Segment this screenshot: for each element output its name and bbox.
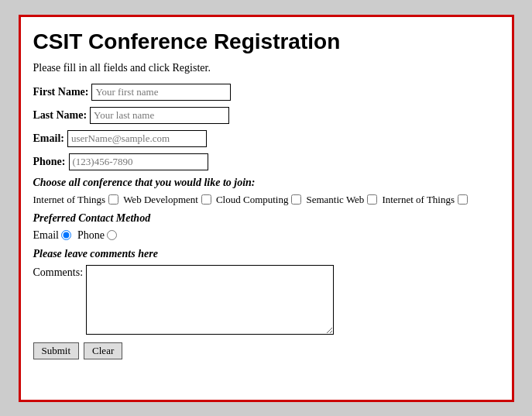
phone-input[interactable] [69,153,208,170]
phone-label: Phone: [33,156,66,168]
email-input[interactable] [67,130,207,147]
conference-label-3: Cloud Computing [216,194,289,206]
first-name-row: First Name: [33,84,496,101]
phone-row: Phone: [33,153,496,170]
comments-section: Please leave comments here Comments: [33,248,496,335]
conference-item-5: Internet of Things [382,194,468,206]
conference-checkbox-4[interactable] [367,194,377,205]
conference-checkbox-3[interactable] [291,194,301,205]
page-wrapper: CSIT Conference Registration Please fill… [0,0,532,416]
conference-item-3: Cloud Computing [216,194,302,206]
page-title: CSIT Conference Registration [33,29,496,54]
last-name-input[interactable] [90,107,229,124]
conference-item-4: Semantic Web [306,194,377,206]
contact-method-label: Preferred Contact Method [33,212,496,225]
conference-item-2: Web Development [123,194,211,206]
instructions: Please fill in all fields and click Regi… [33,62,496,74]
conference-label-4: Semantic Web [306,194,364,206]
contact-phone-label: Phone [77,229,105,242]
contact-email-radio[interactable] [61,230,71,240]
conference-checkbox-1[interactable] [108,194,118,205]
last-name-label: Last Name: [33,109,88,122]
form-container: CSIT Conference Registration Please fill… [19,15,514,402]
comments-row: Comments: [33,265,496,335]
last-name-row: Last Name: [33,107,496,124]
conference-label-1: Internet of Things [33,194,106,206]
buttons-row: Submit Clear [33,342,496,359]
conference-item-1: Internet of Things [33,194,119,206]
conference-label-5: Internet of Things [382,194,455,206]
contact-option-email: Email [33,229,71,242]
email-label: Email: [33,132,64,145]
conference-label-2: Web Development [123,194,198,206]
conference-checkbox-2[interactable] [201,194,211,205]
conferences-section-label: Choose all conference that you would lik… [33,177,496,189]
email-row: Email: [33,130,496,147]
contact-email-label: Email [33,229,59,242]
conferences-row: Internet of Things Web Development Cloud… [33,194,496,206]
contact-option-phone: Phone [77,229,117,242]
conference-checkbox-5[interactable] [458,194,468,205]
contact-phone-radio[interactable] [107,230,117,240]
contact-method-row: Email Phone [33,229,496,242]
first-name-label: First Name: [33,86,89,98]
submit-button[interactable]: Submit [33,342,80,359]
comments-label: Comments: [33,265,84,279]
first-name-input[interactable] [91,84,231,101]
comments-section-label: Please leave comments here [33,248,496,260]
comments-textarea[interactable] [86,265,334,335]
clear-button[interactable]: Clear [84,342,122,359]
